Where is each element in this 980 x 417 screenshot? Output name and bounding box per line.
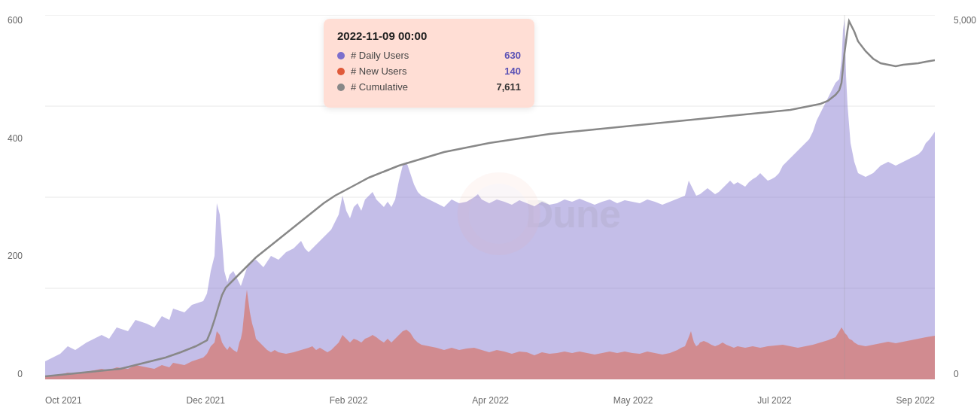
tooltip-row-daily: # Daily Users 630: [337, 50, 521, 61]
new-dot: [337, 68, 345, 75]
cumulative-label-text: # Cumulative: [351, 81, 408, 93]
x-label-feb2022: Feb 2022: [330, 395, 368, 406]
x-label-oct2021: Oct 2021: [45, 395, 82, 406]
tooltip-row-new: # New Users 140: [337, 65, 521, 77]
daily-value: 630: [504, 50, 521, 61]
y-label-400: 400: [8, 133, 23, 144]
new-label-text: # New Users: [351, 65, 406, 77]
daily-label-text: # Daily Users: [351, 50, 409, 61]
daily-dot: [337, 52, 345, 59]
tooltip-label-daily: # Daily Users: [337, 50, 409, 61]
y-label-0: 0: [17, 369, 23, 379]
chart-area: 600 400 200 0 5,000 0 Oct 2021 Dec 2021 …: [45, 15, 935, 379]
chart-container: 600 400 200 0 5,000 0 Oct 2021 Dec 2021 …: [0, 0, 980, 417]
x-label-sep2022: Sep 2022: [896, 395, 935, 406]
tooltip-date: 2022-11-09 00:00: [337, 29, 521, 42]
tooltip-row-cumulative: # Cumulative 7,611: [337, 81, 521, 93]
y-axis-left: 600 400 200 0: [8, 15, 23, 379]
tooltip-label-new: # New Users: [337, 65, 406, 77]
tooltip-label-cumulative: # Cumulative: [337, 81, 408, 93]
y-right-0: 0: [954, 369, 959, 379]
y-label-600: 600: [8, 15, 23, 26]
cumulative-dot: [337, 84, 345, 91]
y-axis-right: 5,000 0: [954, 15, 976, 379]
x-label-apr2022: Apr 2022: [472, 395, 509, 406]
chart-tooltip: 2022-11-09 00:00 # Daily Users 630 # New…: [324, 19, 534, 108]
x-axis: Oct 2021 Dec 2021 Feb 2022 Apr 2022 May …: [45, 395, 935, 406]
new-value: 140: [504, 65, 521, 77]
y-label-200: 200: [8, 251, 23, 261]
x-label-jul2022: Jul 2022: [757, 395, 791, 406]
cumulative-value: 7,611: [496, 81, 521, 93]
x-label-may2022: May 2022: [613, 395, 653, 406]
x-label-dec2021: Dec 2021: [187, 395, 225, 406]
y-right-5000: 5,000: [954, 15, 976, 26]
